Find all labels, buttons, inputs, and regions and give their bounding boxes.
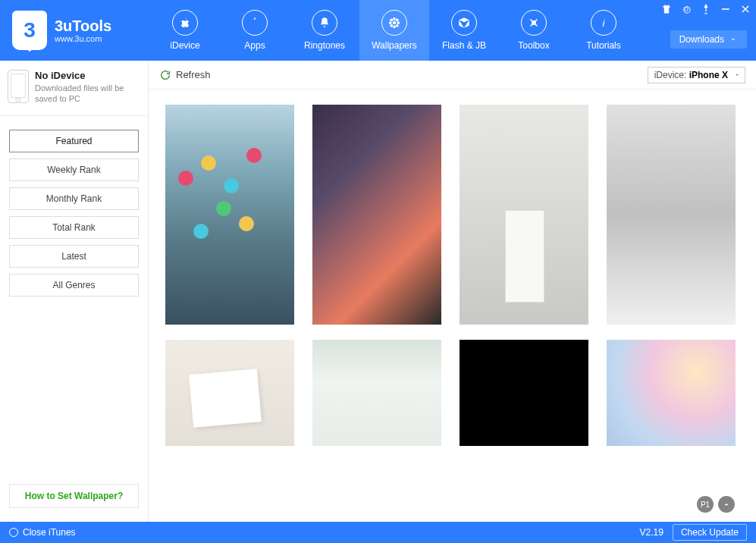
phone-icon: [8, 70, 29, 103]
appstore-icon: [242, 10, 268, 36]
svg-rect-10: [722, 8, 729, 9]
chevron-down-icon: [734, 72, 740, 78]
filter-total-rank[interactable]: Total Rank: [9, 216, 139, 239]
wrench-icon: [521, 10, 547, 36]
bell-icon: [312, 10, 337, 36]
nav-label: Apps: [244, 40, 265, 51]
wallpaper-grid: P1: [149, 89, 756, 522]
close-itunes-button[interactable]: Close iTunes: [9, 527, 76, 538]
howto-set-wallpaper-link[interactable]: How to Set Wallpaper?: [9, 484, 139, 508]
refresh-icon: [159, 69, 171, 81]
wallpaper-thumb[interactable]: [165, 340, 294, 446]
device-status-title: No iDevice: [35, 70, 140, 81]
device-status: No iDevice Downloaded files will be save…: [0, 61, 148, 116]
nav-label: Toolbox: [518, 40, 549, 51]
svg-point-5: [390, 18, 393, 21]
downloads-label: Downloads: [679, 34, 724, 45]
nav-tabs: iDevice Apps Ringtones Wallpapers Flash …: [150, 0, 638, 61]
scroll-top-button[interactable]: [718, 496, 735, 513]
version-label: V2.19: [640, 527, 663, 538]
nav-tab-apps[interactable]: Apps: [220, 0, 290, 61]
wallpaper-thumb[interactable]: [607, 340, 736, 446]
filter-weekly-rank[interactable]: Weekly Rank: [9, 159, 139, 181]
close-itunes-label: Close iTunes: [23, 527, 76, 538]
svg-point-0: [393, 21, 397, 25]
svg-point-1: [393, 17, 396, 20]
svg-point-2: [393, 25, 396, 28]
apple-icon: [172, 10, 198, 36]
wallpaper-thumb[interactable]: [165, 105, 294, 325]
shirt-icon[interactable]: [660, 3, 673, 15]
app-subtitle: www.3u.com: [55, 34, 111, 43]
nav-label: Wallpapers: [372, 40, 417, 51]
page-number-badge[interactable]: P1: [697, 496, 714, 513]
wallpaper-thumb[interactable]: [607, 105, 736, 325]
pin-icon[interactable]: [700, 3, 712, 15]
device-status-sub: Downloaded files will be saved to PC: [35, 83, 140, 105]
refresh-button[interactable]: Refresh: [159, 69, 211, 81]
svg-point-3: [389, 21, 392, 24]
nav-tab-wallpapers[interactable]: Wallpapers: [359, 0, 429, 61]
nav-tab-toolbox[interactable]: Toolbox: [499, 0, 569, 61]
nav-label: Flash & JB: [442, 40, 486, 51]
app-title: 3uTools: [55, 17, 111, 34]
filter-all-genres[interactable]: All Genres: [9, 274, 139, 297]
nav-tab-idevice[interactable]: iDevice: [150, 0, 220, 61]
filter-list: Featured Weekly Rank Monthly Rank Total …: [0, 116, 148, 297]
sidebar: No iDevice Downloaded files will be save…: [0, 61, 149, 522]
page-indicator: P1: [697, 496, 735, 513]
wallpaper-thumb[interactable]: [312, 105, 441, 325]
device-select[interactable]: iDevice: iPhone X: [648, 67, 745, 83]
check-update-button[interactable]: Check Update: [673, 524, 747, 541]
refresh-label: Refresh: [176, 69, 211, 80]
downloads-button[interactable]: Downloads: [670, 30, 747, 49]
filter-latest[interactable]: Latest: [9, 245, 139, 268]
svg-point-4: [397, 21, 400, 24]
box-icon: [451, 10, 477, 36]
nav-tab-tutorials[interactable]: i Tutorials: [569, 0, 638, 61]
device-select-value: iPhone X: [689, 70, 728, 80]
app-logo-icon: 3: [12, 11, 47, 50]
svg-point-7: [390, 24, 393, 27]
nav-label: Tutorials: [586, 40, 621, 51]
nav-tab-ringtones[interactable]: Ringtones: [290, 0, 359, 61]
close-icon[interactable]: [739, 3, 751, 15]
minimize-icon[interactable]: [720, 3, 732, 15]
logo-section: 3 3uTools www.3u.com: [0, 11, 150, 50]
info-icon: i: [591, 10, 616, 36]
window-controls: [660, 3, 751, 15]
svg-point-6: [396, 18, 399, 21]
nav-label: iDevice: [170, 40, 199, 51]
nav-label: Ringtones: [304, 40, 345, 51]
flower-icon: [381, 10, 407, 36]
wallpaper-thumb[interactable]: [460, 340, 588, 446]
main-panel: Refresh iDevice: iPhone X P1: [149, 61, 756, 522]
filter-monthly-rank[interactable]: Monthly Rank: [9, 187, 139, 210]
status-bar: Close iTunes V2.19 Check Update: [0, 522, 756, 543]
wallpaper-thumb[interactable]: [460, 105, 588, 325]
svg-point-8: [396, 24, 399, 27]
download-icon: [729, 35, 738, 44]
app-header: 3 3uTools www.3u.com iDevice Apps Ringto…: [0, 0, 756, 61]
svg-text:i: i: [603, 17, 606, 29]
gear-icon[interactable]: [680, 3, 692, 15]
nav-tab-flash-jb[interactable]: Flash & JB: [429, 0, 499, 61]
device-select-prefix: iDevice:: [654, 70, 687, 80]
filter-featured[interactable]: Featured: [9, 130, 139, 152]
toolbar: Refresh iDevice: iPhone X: [149, 61, 756, 89]
wallpaper-thumb[interactable]: [312, 340, 441, 446]
circle-icon: [9, 528, 18, 537]
